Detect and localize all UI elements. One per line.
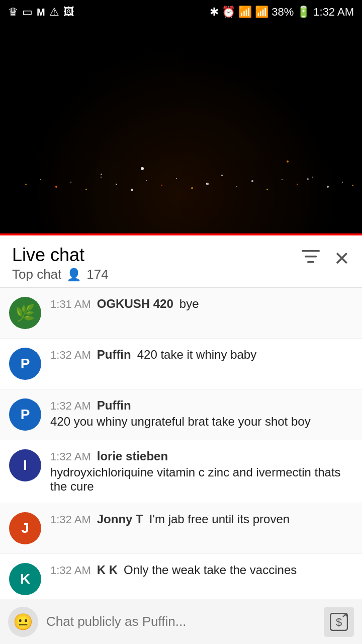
chat-message: I 1:32 AM lorie stieben hydroyxichloriqu… (0, 440, 362, 503)
message-text: I'm jab free until its proven (149, 512, 290, 526)
message-time: 1:31 AM (50, 298, 91, 311)
message-content: 1:32 AM Jonny T I'm jab free until its p… (50, 512, 350, 526)
message-author: lorie stieben (97, 449, 168, 463)
chat-input[interactable] (46, 614, 316, 629)
person-icon: 👤 (66, 268, 81, 282)
status-icons-left: ♛ ▭ M ⚠ 🖼 (8, 6, 74, 19)
avatar: P (9, 348, 41, 380)
message-text: bye (179, 297, 199, 311)
city-lights (0, 165, 362, 195)
close-button[interactable]: ✕ (334, 248, 350, 270)
svg-rect-2 (307, 261, 314, 263)
top-chat-label: Top chat (12, 267, 61, 282)
viewer-count: 174 (86, 267, 108, 282)
video-scene (0, 24, 362, 235)
emoji-button[interactable]: 😐 (8, 607, 38, 637)
avatar: I (9, 449, 41, 481)
chat-header: Live chat Top chat 👤 174 ✕ (0, 235, 362, 287)
chat-message: J 1:32 AM Jonny T I'm jab free until its… (0, 503, 362, 554)
folder-icon: ▭ (22, 6, 33, 19)
message-time: 1:32 AM (50, 399, 91, 413)
message-meta: 1:32 AM Puffin (50, 398, 350, 413)
message-text: 420 you whiny ungrateful brat take your … (50, 415, 350, 429)
clock: 1:32 AM (313, 6, 354, 19)
svg-rect-1 (305, 256, 317, 258)
warning-icon: ⚠ (49, 6, 59, 19)
message-content: 1:32 AM lorie stieben hydroyxichloriquin… (50, 449, 350, 494)
message-meta: 1:32 AM K K Only the weak take the vacci… (50, 563, 350, 577)
chat-header-left: Live chat Top chat 👤 174 (12, 245, 109, 282)
message-author: K K (97, 563, 118, 577)
signal-icon: 📶 (255, 6, 268, 19)
svg-text:$: $ (336, 616, 342, 628)
message-content: 1:31 AM OGKUSH 420 bye (50, 297, 350, 311)
message-time: 1:32 AM (50, 349, 91, 362)
message-text: Only the weak take the vaccines (124, 563, 297, 577)
chat-header-actions: ✕ (302, 248, 350, 270)
message-meta: 1:31 AM OGKUSH 420 bye (50, 297, 350, 311)
avatar: J (9, 512, 41, 544)
battery-percent: 38% (272, 6, 294, 19)
chat-message: P 1:32 AM Puffin 420 take it whiny baby (0, 339, 362, 389)
message-content: 1:32 AM Puffin 420 take it whiny baby (50, 348, 350, 362)
red-line (0, 233, 362, 235)
emoji-icon: 😐 (13, 612, 33, 631)
wifi-icon: 📶 (238, 6, 252, 19)
avatar: K (9, 563, 41, 595)
status-icons-right: ✱ ⏰ 📶 📶 38% 🔋 1:32 AM (210, 6, 354, 19)
live-chat-title: Live chat (12, 245, 109, 266)
message-time: 1:32 AM (50, 564, 91, 577)
message-meta: 1:32 AM Puffin 420 take it whiny baby (50, 348, 350, 362)
m-icon: M (37, 7, 45, 18)
message-meta: 1:32 AM lorie stieben (50, 449, 350, 463)
chat-message: P 1:32 AM Puffin 420 you whiny ungratefu… (0, 389, 362, 440)
message-meta: 1:32 AM Jonny T I'm jab free until its p… (50, 512, 350, 526)
message-author: Puffin (97, 348, 131, 362)
message-time: 1:32 AM (50, 450, 91, 463)
image-icon: 🖼 (63, 6, 74, 19)
svg-rect-0 (302, 250, 320, 252)
status-bar: ♛ ▭ M ⚠ 🖼 ✱ ⏰ 📶 📶 38% 🔋 1:32 AM (0, 0, 362, 24)
message-author: Puffin (97, 398, 131, 413)
message-text: 420 take it whiny baby (137, 348, 256, 362)
chat-message: 🌿 1:31 AM OGKUSH 420 bye (0, 288, 362, 339)
message-content: 1:32 AM K K Only the weak take the vacci… (50, 563, 350, 577)
alarm-icon: ⏰ (222, 6, 235, 19)
message-time: 1:32 AM (50, 513, 91, 526)
message-author: Jonny T (97, 512, 143, 526)
avatar: 🌿 (9, 297, 41, 329)
super-chat-button[interactable]: $ (324, 607, 354, 637)
video-player[interactable] (0, 24, 362, 235)
chat-panel: Live chat Top chat 👤 174 ✕ 🌿 (0, 235, 362, 644)
battery-icon: 🔋 (297, 6, 310, 19)
filter-icon[interactable] (302, 249, 320, 268)
crown-icon: ♛ (8, 6, 18, 19)
chat-input-bar: 😐 $ (0, 599, 362, 644)
message-content: 1:32 AM Puffin 420 you whiny ungrateful … (50, 398, 350, 429)
top-chat-row: Top chat 👤 174 (12, 267, 109, 282)
chat-messages: 🌿 1:31 AM OGKUSH 420 bye P 1:32 AM Puffi… (0, 288, 362, 644)
avatar: P (9, 398, 41, 431)
chat-message: K 1:32 AM K K Only the weak take the vac… (0, 554, 362, 605)
message-text: hydroyxichloriquine vitamin c zinc and i… (50, 465, 350, 494)
bluetooth-icon: ✱ (210, 6, 219, 19)
message-author: OGKUSH 420 (97, 297, 173, 311)
